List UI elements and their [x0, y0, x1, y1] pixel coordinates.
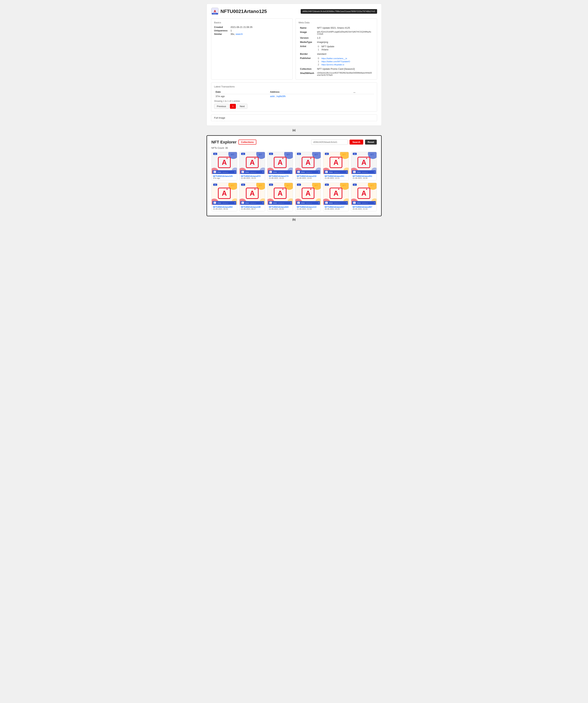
similar-value: 36x, search: [231, 33, 289, 35]
svg-text:21: 21: [270, 184, 272, 185]
svg-text:NFT: NFT: [314, 154, 318, 156]
meta-artist-vals: 0 NFT Update 1 Artano: [316, 44, 374, 52]
search-button[interactable]: Search: [349, 140, 363, 145]
svg-text:+: +: [346, 171, 347, 173]
nft-card-svg: 21 NFT A A Artano. + @artano_io: [240, 183, 265, 205]
meta-collection-row: Collection NFT Update Promo Card [Season…: [299, 67, 374, 71]
nft-card[interactable]: 21 NFT A A Artano. + @artano_io: [351, 183, 377, 211]
svg-text:21: 21: [242, 153, 244, 155]
meta-mediatype-val: image/png: [316, 40, 374, 44]
svg-text:@artano_io: @artano_io: [278, 172, 284, 173]
basics-grid: Created 2021-06-21 21:06:35 Uniqueness 1…: [214, 26, 289, 35]
nft-card[interactable]: 21 NFT A A Artano. + @artano_io: [212, 183, 237, 211]
publisher-1-val: https://twitter.com/NFTUpdateIO: [321, 60, 372, 63]
nft-card[interactable]: 21 NFT A A Artano. + @artano_io: [295, 152, 321, 180]
svg-text:A: A: [298, 171, 299, 173]
nft-card[interactable]: 21 NFT A A Artano. + @artano_io: [212, 152, 237, 180]
uniqueness-value: 1: [231, 29, 289, 32]
tx-header-row: Date Address ...: [214, 90, 374, 94]
nft-card-info: NFTU0021Artano217 20-06-2021, 23:28: [323, 205, 349, 211]
full-image-panel: Full Image: [211, 114, 377, 121]
nft-card[interactable]: 21 NFT A A Artano. + @artano_io: [267, 152, 293, 180]
svg-text:Artano.: Artano.: [273, 203, 277, 204]
nft-title: NFTU0021Artano125: [221, 9, 267, 14]
previous-button[interactable]: Previous: [214, 104, 229, 109]
publisher-row-2: 2 https://promo.nftupdate.io: [317, 63, 372, 66]
nft-card-svg: 21 NFT A A Artano. + @artano_io: [323, 183, 349, 205]
svg-text:21: 21: [242, 184, 244, 185]
next-button[interactable]: Next: [237, 104, 247, 109]
svg-text:+: +: [318, 202, 319, 204]
nft-card[interactable]: 21 NFT A A Artano. + @artano_io: [267, 183, 293, 211]
svg-text:+: +: [262, 202, 263, 204]
publisher-row-0: 0 https://twitter.com/artano__io: [317, 57, 372, 60]
explorer-header: NFT Explorer Collections Search Reset: [212, 140, 377, 145]
nft-card-info: NFTU0021Artano125 37m ago: [212, 174, 237, 180]
svg-text:A: A: [333, 189, 338, 197]
nft-card-image: 21 NFT A A Artano. + @artano_io: [296, 152, 321, 174]
svg-text:21: 21: [354, 184, 355, 185]
meta-sha256-val: c543a1b128c11cce45377802f623ed3be030086b…: [316, 71, 374, 77]
svg-text:A: A: [326, 203, 327, 204]
search-input[interactable]: [311, 140, 348, 145]
page-1-button[interactable]: 1: [230, 104, 236, 109]
artist-row-1: 1 Artano: [317, 48, 372, 51]
svg-point-109: [227, 189, 228, 190]
similar-search-link[interactable]: search: [236, 33, 243, 35]
meta-mediatype-row: MediaType image/png: [299, 40, 374, 44]
transactions-panel: Latest Transactions Date Address ... 37m…: [211, 82, 377, 111]
meta-artist-key: Artist: [299, 44, 316, 52]
nft-card[interactable]: 21 NFT A A Artano. + @artano_io: [323, 183, 349, 211]
collections-button[interactable]: Collections: [239, 140, 256, 145]
svg-text:NFT: NFT: [258, 184, 262, 186]
nft-card-image: 21 NFT A A Artano. + @artano_io: [323, 152, 349, 174]
publisher-0-idx: 0: [317, 57, 321, 60]
reset-button[interactable]: Reset: [365, 140, 376, 145]
created-label: Created: [214, 26, 228, 28]
nft-card[interactable]: 21 NFT A A Artano. + @artano_io: [351, 152, 377, 180]
svg-text:Artano.: Artano.: [217, 171, 222, 173]
svg-text:A: A: [270, 203, 271, 204]
nft-card[interactable]: 21 NFT A A Artano. + @artano_io: [295, 183, 321, 211]
nft-card-info: NFTU0021Artano072 21-06-2021, 15:23: [240, 174, 265, 180]
svg-point-13: [227, 158, 228, 159]
nft-card-date: 21-06-2021, 15:23: [241, 177, 263, 179]
svg-text:@artano_io: @artano_io: [223, 172, 228, 173]
svg-point-61: [310, 158, 311, 159]
nft-card-date: 20-06-2021, 23:28: [325, 208, 347, 210]
nfts-count: NFTs Count: 36: [212, 147, 377, 149]
nft-card[interactable]: 21 NFT A A Artano. + @artano_io: [239, 183, 265, 211]
nft-card-date: 21-06-2021, 13:43: [297, 177, 319, 179]
svg-text:A: A: [250, 159, 254, 166]
tx-row-extra: [352, 94, 374, 98]
metadata-label: Meta Data: [299, 21, 374, 24]
nft-hash-badge: d08b340f2bbadc9cbd18360bc790e1aa31aaa789…: [301, 9, 377, 14]
nft-card-image: 21 NFT A A Artano. + @artano_io: [351, 183, 376, 205]
nft-card-name: NFTU0021Artano002: [213, 206, 236, 208]
svg-point-93: [366, 158, 367, 159]
svg-text:A: A: [222, 159, 227, 166]
svg-point-141: [282, 189, 283, 190]
nft-card[interactable]: 21 NFT A A Artano. + @artano_io: [239, 152, 265, 180]
similar-label: Similar: [214, 33, 228, 35]
publisher-0-val: https://twitter.com/artano__io: [321, 57, 372, 60]
svg-text:@artano_io: @artano_io: [362, 172, 368, 173]
nft-card-info: NFTU0021Artano051 21-06-2021, 10:36: [351, 174, 376, 180]
nft-grid: 21 NFT A A Artano. + @artano_io: [212, 152, 377, 211]
svg-text:A: A: [361, 159, 366, 166]
svg-text:@artano_io: @artano_io: [334, 172, 340, 173]
svg-text:Artano.: Artano.: [329, 203, 333, 204]
svg-text:+: +: [290, 202, 291, 204]
svg-point-157: [310, 189, 311, 190]
svg-text:A: A: [306, 189, 310, 197]
section-b-label: (b): [4, 218, 584, 221]
svg-text:@artano_io: @artano_io: [223, 203, 228, 204]
full-image-label: Full Image: [214, 116, 225, 119]
nft-card-svg: 21 NFT A A Artano. + @artano_io: [351, 183, 376, 205]
nft-card-date: 21-06-2021, 09:36: [213, 208, 236, 210]
nft-card-image: 21 NFT A A Artano. + @artano_io: [240, 152, 265, 174]
nft-card[interactable]: 21 NFT A A Artano. + @artano_io: [323, 152, 349, 180]
nft-card-svg: 21 NFT A A Artano. + @artano_io: [296, 183, 321, 205]
svg-point-125: [254, 189, 255, 190]
svg-text:A: A: [354, 203, 355, 204]
